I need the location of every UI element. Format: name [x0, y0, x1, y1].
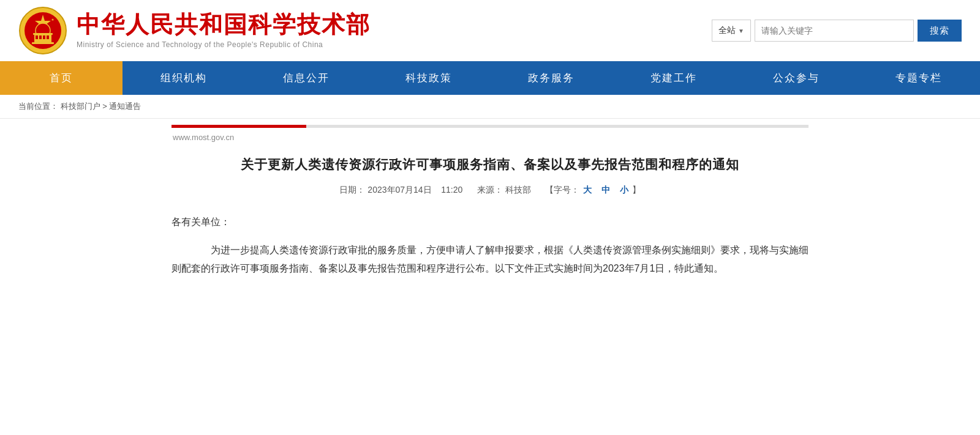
font-medium-button[interactable]: 中: [601, 185, 610, 195]
breadcrumb-separator: >: [102, 102, 109, 111]
article-meta: 日期： 2023年07月14日 11:20 来源： 科技部 【字号： 大 中 小…: [172, 185, 809, 196]
search-button[interactable]: 搜索: [918, 20, 962, 42]
font-large-button[interactable]: 大: [583, 185, 592, 195]
chevron-down-icon: ▼: [738, 28, 744, 34]
font-small-button[interactable]: 小: [620, 185, 628, 195]
nav-item-policy[interactable]: 科技政策: [368, 61, 490, 95]
article-date: 2023年07月14日: [368, 185, 431, 195]
font-end: 】: [632, 185, 641, 195]
nav-item-info[interactable]: 信息公开: [245, 61, 368, 95]
breadcrumb-current[interactable]: 通知通告: [109, 102, 141, 111]
font-label: 【字号：: [545, 185, 579, 195]
search-input[interactable]: [755, 20, 914, 42]
svg-rect-5: [36, 35, 38, 39]
national-emblem: [18, 6, 67, 55]
site-title-english: Ministry of Science and Technology of th…: [77, 40, 371, 49]
section-divider: [172, 125, 809, 128]
article-source: 科技部: [505, 185, 531, 195]
nav-item-special[interactable]: 专题专栏: [858, 61, 980, 95]
article-greeting: 各有关单位：: [172, 213, 809, 231]
content-area: www.most.gov.cn 关于更新人类遗传资源行政许可事项服务指南、备案以…: [153, 119, 827, 313]
date-label: 日期：: [339, 185, 365, 195]
breadcrumb-prefix: 当前位置：: [18, 102, 58, 111]
svg-rect-10: [32, 42, 54, 44]
nav-item-public[interactable]: 公众参与: [735, 61, 858, 95]
font-size-controls: 【字号： 大 中 小 】: [545, 185, 640, 195]
nav-item-home[interactable]: 首页: [0, 61, 123, 95]
header: 中华人民共和国科学技术部 Ministry of Science and Tec…: [0, 0, 980, 61]
site-url: www.most.gov.cn: [172, 133, 809, 142]
header-search: 全站 ▼ 搜索: [712, 20, 962, 42]
svg-rect-9: [33, 33, 53, 35]
main-nav: 首页 组织机构 信息公开 科技政策 政务服务 党建工作 公众参与 专题专栏: [0, 61, 980, 95]
search-scope-selector[interactable]: 全站 ▼: [712, 20, 751, 42]
breadcrumb: 当前位置： 科技部门户 > 通知通告: [0, 95, 980, 119]
article-title: 关于更新人类遗传资源行政许可事项服务指南、备案以及事先报告范围和程序的通知: [172, 154, 809, 175]
breadcrumb-home[interactable]: 科技部门户: [61, 102, 100, 111]
article-body: 各有关单位： 为进一步提高人类遗传资源行政审批的服务质量，方便申请人了解申报要求…: [172, 213, 809, 278]
source-label: 来源：: [477, 185, 503, 195]
svg-rect-8: [47, 35, 49, 39]
site-title-chinese: 中华人民共和国科学技术部: [77, 12, 371, 38]
nav-item-organization[interactable]: 组织机构: [123, 61, 245, 95]
svg-rect-6: [39, 35, 42, 39]
article-paragraph-1: 为进一步提高人类遗传资源行政审批的服务质量，方便申请人了解申报要求，根据《人类遗…: [172, 241, 809, 278]
search-scope-label: 全站: [718, 25, 736, 36]
nav-item-service[interactable]: 政务服务: [490, 61, 612, 95]
svg-rect-7: [43, 35, 45, 39]
article-time: 11:20: [441, 185, 462, 195]
nav-item-party[interactable]: 党建工作: [612, 61, 735, 95]
site-title-block: 中华人民共和国科学技术部 Ministry of Science and Tec…: [77, 12, 371, 49]
header-left: 中华人民共和国科学技术部 Ministry of Science and Tec…: [18, 6, 371, 55]
